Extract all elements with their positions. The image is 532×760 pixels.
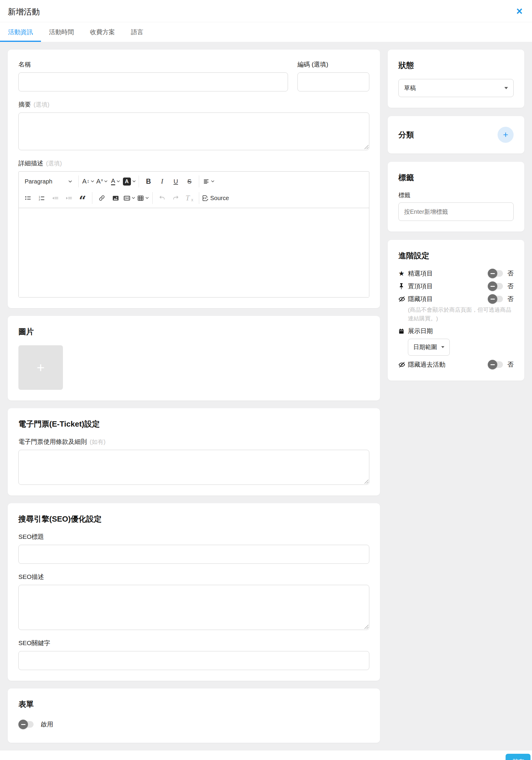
main-column: 名稱 編碼 (選填) 摘要 (選填)	[8, 50, 380, 743]
form-section-title: 表單	[19, 699, 369, 710]
calendar-icon	[398, 328, 404, 334]
form-enable-toggle[interactable]	[20, 721, 33, 728]
tab-activity-info[interactable]: 活動資訊	[0, 22, 41, 42]
page-title: 新增活動	[8, 7, 40, 17]
redo-button[interactable]	[169, 191, 183, 205]
hide-past-toggle[interactable]	[489, 361, 503, 368]
numbered-list-icon: 12	[38, 195, 45, 202]
code-input[interactable]	[298, 72, 369, 91]
tags-input[interactable]	[398, 203, 513, 221]
background-color-button[interactable]: A	[122, 175, 136, 188]
text-alignment-button[interactable]	[202, 175, 216, 188]
add-image-button[interactable]: +	[19, 345, 63, 390]
numbered-list-button[interactable]: 12	[35, 191, 48, 205]
media-icon	[123, 195, 130, 202]
font-family-button[interactable]: A≡	[95, 175, 109, 188]
font-size-button[interactable]: A↕	[81, 175, 95, 188]
featured-item-value: 否	[508, 269, 513, 278]
description-label: 詳細描述	[19, 159, 43, 167]
remove-format-button[interactable]: Tx	[183, 191, 196, 205]
status-card: 狀態 草稿	[388, 50, 524, 108]
category-card: 分類 +	[388, 116, 524, 154]
seo-section-title: 搜尋引擎(SEO)優化設定	[19, 514, 369, 524]
bulleted-list-icon	[24, 195, 31, 202]
bold-button[interactable]: B	[142, 175, 155, 188]
date-range-dropdown[interactable]: 日期範圍	[408, 339, 450, 356]
code-label: 編碼 (選填)	[298, 60, 369, 69]
blockquote-button[interactable]: “	[76, 191, 89, 205]
plus-icon: +	[503, 130, 508, 140]
eticket-terms-textarea[interactable]	[19, 450, 369, 485]
featured-item-toggle[interactable]	[489, 270, 503, 277]
tab-language[interactable]: 語言	[123, 22, 151, 42]
seo-keywords-group: SEO關鍵字	[19, 639, 369, 670]
description-optional-hint: (選填)	[46, 160, 62, 167]
editor-content-area[interactable]	[19, 208, 369, 297]
seo-title-label: SEO標題	[19, 533, 369, 541]
insert-media-button[interactable]	[122, 191, 136, 205]
description-field-group: 詳細描述 (選填) Paragraph	[19, 159, 369, 298]
editor-toolbar: Paragraph A↕ A≡	[19, 171, 369, 208]
insert-image-button[interactable]	[109, 191, 122, 205]
insert-table-button[interactable]	[136, 191, 150, 205]
undo-button[interactable]	[155, 191, 169, 205]
pinned-item-toggle[interactable]	[489, 283, 503, 289]
indent-button[interactable]	[62, 191, 76, 205]
eticket-terms-optional-hint: (如有)	[90, 438, 105, 446]
hide-past-row: 隱藏過去活動 否	[398, 360, 513, 369]
dialog-footer: 儲存	[0, 750, 532, 760]
tab-activity-time[interactable]: 活動時間	[41, 22, 82, 42]
source-code-icon	[202, 195, 209, 202]
source-button[interactable]: Source	[202, 191, 229, 205]
triangle-down-icon	[441, 346, 444, 348]
seo-title-input[interactable]	[19, 545, 369, 564]
strikethrough-button[interactable]: S	[183, 175, 196, 188]
hidden-item-row: 隱藏項目 否	[398, 295, 513, 303]
chevron-down-icon	[211, 180, 214, 183]
add-category-button[interactable]: +	[498, 127, 513, 143]
featured-item-row: ★ 精選項目 否	[398, 269, 513, 278]
pinned-item-value: 否	[508, 282, 513, 290]
hide-past-label: 隱藏過去活動	[408, 360, 489, 369]
content-area: 名稱 編碼 (選填) 摘要 (選填)	[0, 42, 532, 750]
image-section-title: 圖片	[19, 327, 369, 337]
link-button[interactable]	[95, 191, 109, 205]
toggle-knob-icon	[488, 281, 497, 291]
underline-button[interactable]: U	[169, 175, 183, 188]
name-field-group: 名稱	[19, 60, 288, 91]
toggle-knob-icon	[488, 294, 497, 304]
font-color-button[interactable]: A	[109, 175, 122, 188]
close-icon[interactable]: ×	[514, 7, 525, 16]
name-label: 名稱	[19, 60, 288, 69]
seo-description-label: SEO描述	[19, 573, 369, 581]
seo-description-textarea[interactable]	[19, 585, 369, 630]
hidden-item-toggle[interactable]	[489, 296, 503, 302]
hidden-item-note: (商品不會顯示於商店頁面，但可透過商品連結購買。)	[408, 306, 513, 323]
chevron-down-icon	[132, 180, 136, 183]
redo-icon	[172, 195, 179, 201]
tab-pricing-plan[interactable]: 收費方案	[82, 22, 123, 42]
name-input[interactable]	[19, 72, 288, 91]
bulleted-list-button[interactable]	[21, 191, 35, 205]
display-date-row: 展示日期	[398, 327, 513, 335]
outdent-icon	[52, 195, 59, 202]
seo-keywords-input[interactable]	[19, 651, 369, 670]
chevron-down-icon	[117, 180, 120, 183]
plus-icon: +	[37, 359, 45, 376]
save-button[interactable]: 儲存	[506, 754, 531, 760]
outdent-button[interactable]	[48, 191, 62, 205]
chevron-down-icon	[104, 180, 108, 183]
form-enable-label: 啟用	[41, 720, 53, 729]
italic-button[interactable]: I	[155, 175, 169, 188]
toggle-knob-icon	[19, 720, 28, 729]
sidebar: 狀態 草稿 分類 + 標籤 標籤	[388, 50, 524, 381]
image-icon	[112, 195, 119, 202]
tags-title: 標籤	[398, 172, 513, 183]
paragraph-style-dropdown[interactable]: Paragraph	[21, 175, 76, 188]
eye-off-icon	[398, 361, 405, 368]
summary-textarea[interactable]	[19, 113, 369, 150]
category-title: 分類	[398, 130, 414, 140]
svg-text:1: 1	[39, 195, 40, 198]
status-select[interactable]: 草稿	[398, 79, 513, 97]
toggle-knob-icon	[488, 269, 497, 278]
